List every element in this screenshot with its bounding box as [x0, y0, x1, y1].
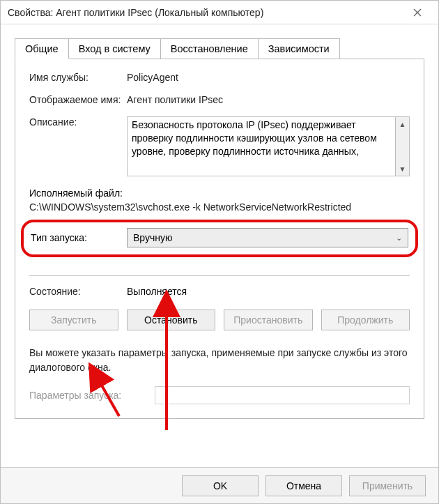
display-name-label: Отображаемое имя:: [29, 94, 127, 105]
service-name-value: PolicyAgent: [127, 72, 410, 83]
startup-params-label: Параметры запуска:: [29, 390, 155, 401]
description-text[interactable]: Безопасность протокола IP (IPsec) поддер…: [127, 116, 396, 176]
titlebar: Свойства: Агент политики IPsec (Локальны…: [1, 1, 438, 24]
cancel-button[interactable]: Отмена: [265, 475, 342, 496]
dialog-body: Общие Вход в систему Восстановление Зави…: [1, 24, 438, 419]
description-scrollbar[interactable]: ▲ ▼: [396, 116, 410, 176]
executable-label: Исполняемый файл:: [29, 188, 410, 199]
startup-params-hint: Вы можете указать параметры запуска, при…: [29, 346, 410, 375]
tabstrip: Общие Вход в систему Восстановление Зави…: [15, 38, 424, 59]
service-control-buttons: Запустить Остановить Приостановить Продо…: [29, 310, 410, 330]
start-button: Запустить: [29, 310, 118, 330]
dialog-button-bar: OK Отмена Применить: [1, 467, 438, 503]
tab-general[interactable]: Общие: [15, 38, 69, 59]
startup-type-select[interactable]: Вручную ⌄: [127, 228, 408, 247]
description-label: Описание:: [29, 116, 127, 128]
ok-button[interactable]: OK: [182, 475, 259, 496]
tab-dependencies[interactable]: Зависимости: [258, 38, 340, 59]
display-name-value: Агент политики IPsec: [127, 94, 410, 105]
status-label: Состояние:: [29, 286, 127, 297]
startup-params-input: [155, 386, 410, 404]
tab-recovery[interactable]: Восстановление: [160, 38, 259, 59]
chevron-down-icon: ⌄: [396, 234, 402, 243]
apply-button: Применить: [349, 475, 426, 496]
properties-dialog: Свойства: Агент политики IPsec (Локальны…: [0, 0, 439, 504]
description-box: Безопасность протокола IP (IPsec) поддер…: [127, 116, 410, 176]
startup-type-highlight: Тип запуска: Вручную ⌄: [21, 220, 418, 257]
window-title: Свойства: Агент политики IPsec (Локальны…: [8, 7, 403, 18]
close-button[interactable]: [403, 3, 431, 22]
status-value: Выполняется: [127, 286, 187, 297]
scroll-down-icon[interactable]: ▼: [396, 162, 409, 176]
startup-type-value: Вручную: [133, 232, 396, 243]
startup-type-label: Тип запуска:: [31, 232, 127, 243]
executable-value: C:\WINDOWS\system32\svchost.exe -k Netwo…: [29, 201, 410, 213]
tab-logon[interactable]: Вход в систему: [68, 38, 161, 59]
service-name-label: Имя службы:: [29, 72, 127, 83]
separator: [29, 275, 410, 276]
tabpage-general: Имя службы: PolicyAgent Отображаемое имя…: [15, 59, 424, 419]
resume-button: Продолжить: [321, 310, 410, 330]
close-icon: [413, 8, 422, 17]
pause-button: Приостановить: [224, 310, 313, 330]
stop-button[interactable]: Остановить: [127, 310, 216, 330]
scroll-up-icon[interactable]: ▲: [396, 117, 409, 131]
